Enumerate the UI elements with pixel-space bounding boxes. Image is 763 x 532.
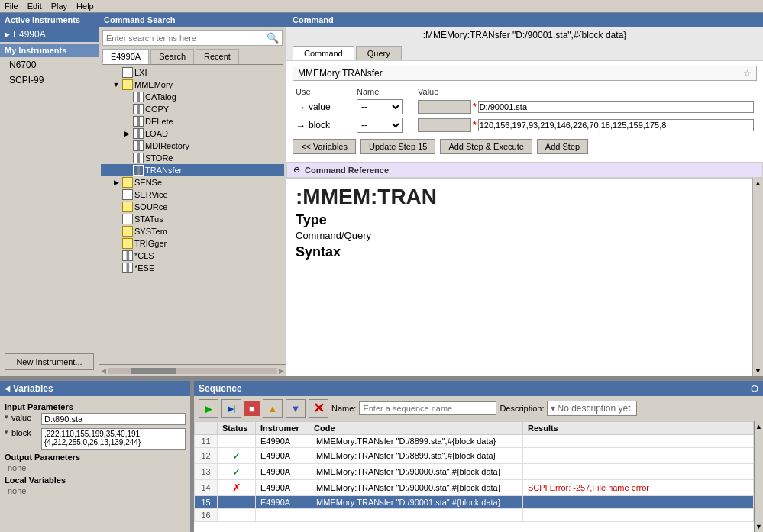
tree-item-transfer[interactable]: TRANsfer bbox=[101, 164, 284, 176]
seq-row-13[interactable]: 13 ✓ E4990A :MMEMory:TRANsfer "D:/90000.… bbox=[195, 464, 754, 480]
tab-command[interactable]: Command bbox=[293, 46, 354, 60]
block-value-input[interactable] bbox=[478, 119, 754, 131]
expand-load[interactable]: ▶ bbox=[122, 130, 131, 137]
seq-row-16-code bbox=[309, 509, 523, 522]
seq-scroll-up[interactable]: ▲ bbox=[755, 423, 762, 430]
expand-sense[interactable]: ▶ bbox=[112, 179, 121, 186]
tree-item-trigger[interactable]: TRIGger bbox=[101, 237, 284, 250]
seq-name-input[interactable] bbox=[359, 401, 496, 415]
lxi-icon bbox=[122, 67, 133, 78]
tree-item-service[interactable]: SERVice bbox=[101, 189, 284, 201]
transfer-icon bbox=[133, 165, 144, 176]
seq-scroll-down[interactable]: ▼ bbox=[755, 523, 762, 530]
seq-row-12-status: ✓ bbox=[218, 448, 256, 464]
seq-desc-dropdown[interactable]: ▾ No description yet. bbox=[547, 401, 636, 416]
tree-item-store[interactable]: STORe bbox=[101, 152, 284, 164]
sequence-header: Sequence ⬡ bbox=[194, 381, 763, 396]
block-colon: * bbox=[473, 120, 477, 131]
seq-row-15-num: 15 bbox=[195, 496, 218, 509]
seq-scrollbar[interactable]: ▲ ▼ bbox=[754, 421, 763, 532]
add-step-button[interactable]: Add Step bbox=[537, 139, 588, 154]
seq-row-15[interactable]: 15 E4990A :MMEMory:TRANsfer "D:/90001.st… bbox=[195, 496, 754, 509]
seq-col-code: Code bbox=[309, 422, 523, 435]
tree-item-status[interactable]: STATus bbox=[101, 213, 284, 225]
ref-syntax-header: Syntax bbox=[296, 244, 743, 260]
seq-row-12[interactable]: 12 ✓ E4990A :MMEMory:TRANsfer "D:/8899.s… bbox=[195, 448, 754, 464]
delete-label: DELete bbox=[145, 117, 173, 126]
system-icon bbox=[122, 226, 133, 237]
new-instrument-button[interactable]: New Instrument... bbox=[5, 353, 94, 370]
seq-row-15-status bbox=[218, 496, 256, 509]
block-use-select[interactable]: -- bbox=[357, 118, 403, 133]
tree-item-delete[interactable]: DELete bbox=[101, 115, 284, 127]
tree-item-load[interactable]: ▶ LOAD bbox=[101, 127, 284, 140]
command-reference-header[interactable]: ⊖ Command Reference bbox=[286, 162, 763, 178]
ese-label: *ESE bbox=[134, 263, 154, 272]
block-var-input[interactable]: ,222,110,155,199,35,40,191, {4,212,255,0… bbox=[41, 428, 186, 450]
tab-e4990a[interactable]: E4990A bbox=[102, 49, 149, 64]
update-step-button[interactable]: Update Step 15 bbox=[360, 139, 435, 154]
seq-up-button[interactable]: ▲ bbox=[263, 399, 283, 418]
instrument-scpi99[interactable]: SCPI-99 bbox=[0, 73, 99, 88]
seq-row-14-instrument: E4990A bbox=[256, 480, 309, 496]
tree-item-ese[interactable]: *ESE bbox=[101, 262, 284, 274]
seq-play-button[interactable]: ▶ bbox=[199, 399, 218, 418]
favorite-star-icon[interactable]: ☆ bbox=[743, 68, 752, 79]
instrument-e4990a[interactable]: E4990A bbox=[0, 27, 99, 42]
value-value-input[interactable] bbox=[478, 101, 754, 113]
seq-row-14[interactable]: 14 ✗ E4990A :MMEMory:TRANsfer "D:/90000.… bbox=[195, 480, 754, 496]
add-step-execute-button[interactable]: Add Step & Execute bbox=[440, 139, 532, 154]
sequence-expand-icon[interactable]: ⬡ bbox=[751, 384, 758, 394]
variables-body: Input Parameters ▾ value ▾ block ,222,11… bbox=[0, 396, 190, 532]
block-name-input[interactable] bbox=[418, 118, 471, 132]
tab-query[interactable]: Query bbox=[356, 46, 402, 60]
seq-stop-button[interactable]: ■ bbox=[244, 401, 260, 416]
expand-mmemory[interactable]: ▼ bbox=[112, 81, 121, 89]
value-var-input[interactable] bbox=[41, 413, 186, 425]
value-name-input[interactable] bbox=[418, 100, 471, 114]
load-icon bbox=[133, 128, 144, 139]
search-input[interactable] bbox=[106, 34, 267, 43]
output-params-header: Output Parameters bbox=[5, 453, 186, 462]
seq-step-button[interactable]: ▶| bbox=[221, 399, 241, 418]
block-var-dropdown-icon[interactable]: ▾ bbox=[5, 428, 8, 436]
menu-file[interactable]: File bbox=[5, 2, 18, 11]
ref-type-header: Type bbox=[296, 212, 743, 228]
variables-button[interactable]: << Variables bbox=[293, 139, 356, 154]
instrument-n6700[interactable]: N6700 bbox=[0, 57, 99, 73]
tree-item-copy[interactable]: COPY bbox=[101, 103, 284, 115]
seq-row-11[interactable]: 11 E4990A :MMEMory:TRANsfer "D:/8899.sta… bbox=[195, 435, 754, 448]
command-reference-container: ⊖ Command Reference :MMEM:TRAN Type Comm… bbox=[286, 162, 763, 376]
tree-item-catalog[interactable]: CATalog bbox=[101, 91, 284, 103]
ref-scroll-down[interactable]: ▼ bbox=[753, 366, 763, 376]
variables-collapse-icon[interactable]: ◀ bbox=[5, 385, 10, 392]
sequence-table: Status Instrumer Code Results 11 E4990A … bbox=[194, 421, 754, 532]
tree-item-sense[interactable]: ▶ SENSe bbox=[101, 176, 284, 189]
tree-item-mdirectory[interactable]: MDIRectory bbox=[101, 140, 284, 152]
tree-item-mmemory[interactable]: ▼ MMEMory bbox=[101, 79, 284, 91]
menu-edit[interactable]: Edit bbox=[27, 2, 42, 11]
seq-down-button[interactable]: ▼ bbox=[286, 399, 306, 418]
tree-item-source[interactable]: SOURce bbox=[101, 201, 284, 213]
seq-delete-button[interactable]: ✕ bbox=[309, 399, 328, 418]
tree-item-lxi[interactable]: LXI bbox=[101, 66, 284, 79]
menu-help[interactable]: Help bbox=[76, 2, 94, 11]
value-use-select[interactable]: -- bbox=[357, 99, 403, 114]
active-instruments-header: Active Instruments bbox=[0, 13, 99, 27]
seq-row-13-status: ✓ bbox=[218, 464, 256, 480]
cmd-ref-collapse-icon[interactable]: ⊖ bbox=[293, 165, 300, 175]
seq-row-16[interactable]: 16 bbox=[195, 509, 754, 522]
value-var-dropdown-icon[interactable]: ▾ bbox=[5, 413, 8, 421]
seq-desc-dropdown-arrow: ▾ bbox=[551, 403, 555, 414]
menu-play[interactable]: Play bbox=[51, 2, 67, 11]
sense-label: SENSe bbox=[134, 178, 162, 187]
copy-label: COPY bbox=[145, 105, 169, 114]
tree-item-cls[interactable]: *CLS bbox=[101, 250, 284, 262]
tree-scrollbar-h[interactable]: ◀ ▶ bbox=[99, 364, 286, 376]
menu-bar: File Edit Play Help bbox=[0, 0, 763, 13]
tab-recent[interactable]: Recent bbox=[196, 49, 239, 64]
tab-search[interactable]: Search bbox=[150, 49, 194, 64]
ref-scroll-up[interactable]: ▲ bbox=[753, 178, 763, 189]
bottom-area: ◀ Variables Input Parameters ▾ value ▾ b… bbox=[0, 379, 763, 532]
tree-item-system[interactable]: SYSTem bbox=[101, 225, 284, 237]
